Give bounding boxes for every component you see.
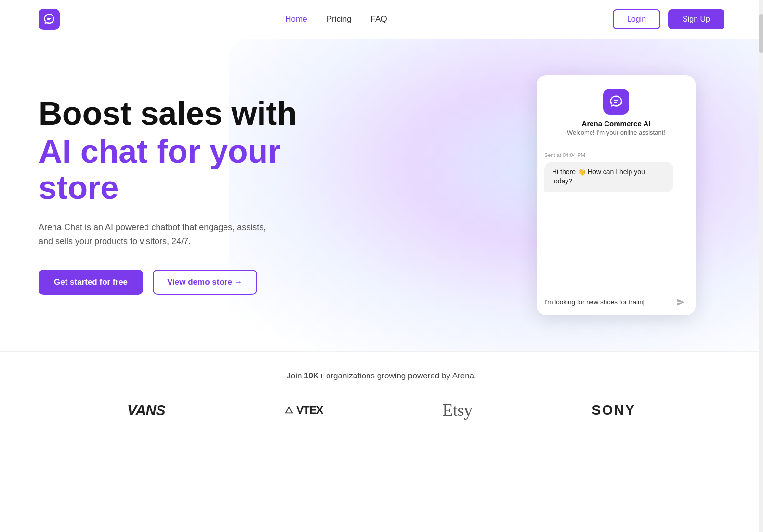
- scrollbar-thumb: [759, 14, 763, 53]
- svg-rect-3: [614, 102, 617, 103]
- brand-etsy: Etsy: [443, 400, 473, 420]
- brand-vtex: VTEX: [285, 404, 323, 416]
- vtex-icon: [285, 406, 293, 415]
- chat-header: Arena Commerce AI Welcome! I'm your onli…: [537, 75, 696, 144]
- nav-faq[interactable]: FAQ: [371, 14, 387, 24]
- logo-svg: [43, 13, 55, 26]
- login-button[interactable]: Login: [613, 9, 660, 29]
- cta-primary-button[interactable]: Get started for free: [39, 270, 143, 295]
- chat-agent-name: Arena Commerce AI: [582, 119, 651, 128]
- brand-sony: SONY: [592, 402, 636, 418]
- social-proof-section: Join 10K+ organizations growing powered …: [0, 351, 763, 435]
- social-proof-text: Join 10K+ organizations growing powered …: [39, 371, 724, 381]
- chat-widget: Arena Commerce AI Welcome! I'm your onli…: [537, 75, 696, 315]
- nav-links: Home Pricing FAQ: [285, 14, 387, 24]
- hero-title-line2: AI chat for your store: [39, 133, 297, 206]
- cta-secondary-button[interactable]: View demo store →: [153, 270, 257, 295]
- hero-title-line1: Boost sales with: [39, 95, 297, 131]
- chat-body: Sent at 04:04 PM Hi there 👋 How can I he…: [537, 144, 696, 289]
- nav-actions: Login Sign Up: [613, 9, 724, 29]
- nav-home[interactable]: Home: [285, 14, 307, 24]
- navbar: Home Pricing FAQ Login Sign Up: [0, 0, 763, 39]
- chat-timestamp: Sent at 04:04 PM: [544, 152, 688, 158]
- chat-input[interactable]: I'm looking for new shoes for traini|: [544, 298, 673, 306]
- hero-section: Boost sales with AI chat for your store …: [0, 39, 763, 351]
- chat-avatar-icon: [609, 94, 623, 109]
- svg-rect-1: [47, 19, 50, 20]
- hero-subtitle: Arena Chat is an AI powered chatbot that…: [39, 221, 270, 248]
- svg-rect-0: [47, 18, 52, 19]
- scrollbar[interactable]: [759, 0, 763, 532]
- signup-button[interactable]: Sign Up: [668, 9, 724, 29]
- nav-pricing[interactable]: Pricing: [327, 14, 352, 24]
- brand-vans: VANS: [127, 402, 165, 418]
- chat-agent-subtitle: Welcome! I'm your online assistant!: [567, 129, 665, 136]
- brands-row: VANS VTEX Etsy SONY: [39, 400, 724, 420]
- chat-send-button[interactable]: [673, 295, 688, 310]
- chat-footer[interactable]: I'm looking for new shoes for traini|: [537, 289, 696, 315]
- logo[interactable]: [39, 9, 60, 30]
- hero-content: Boost sales with AI chat for your store …: [39, 95, 297, 295]
- send-icon: [676, 298, 685, 307]
- chat-bubble: Hi there 👋 How can I help you today?: [544, 162, 673, 192]
- logo-icon: [39, 9, 60, 30]
- svg-rect-2: [614, 100, 618, 101]
- hero-buttons: Get started for free View demo store →: [39, 270, 297, 295]
- chat-avatar: [603, 89, 629, 115]
- svg-marker-4: [286, 407, 292, 413]
